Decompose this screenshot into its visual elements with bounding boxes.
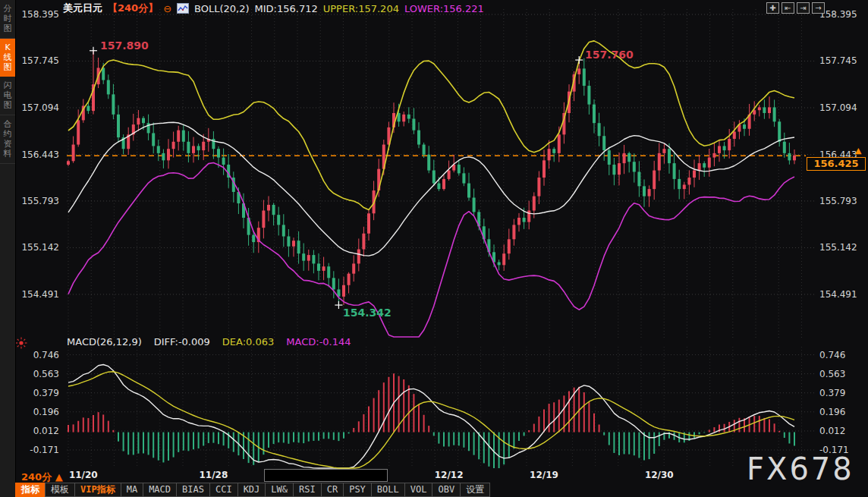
tab-settings[interactable]: 设置 (460, 483, 490, 497)
macd-macd-value: MACD:-0.144 (286, 336, 351, 348)
chart-header: 美元日元 【240分】 ⊖ BOLL(20,2) MID:156.712 UPP… (63, 2, 484, 14)
axis-label: 155.142 (819, 242, 865, 253)
tab-cr[interactable]: CR (321, 483, 344, 497)
indicator-toolbar: 指标模板VIP指标MAMACDBIASCCIKDJLW&RSICRPSYBOLL… (15, 483, 489, 497)
macd-diff-value: DIFF:-0.009 (154, 336, 210, 348)
boll-lower-value: LOWER:156.221 (404, 3, 484, 14)
axis-label: 0.379 (15, 388, 59, 398)
time-axis: 11/2011/2812/1212/1912/30 (0, 469, 868, 482)
tab-rsi[interactable]: RSI (293, 483, 322, 497)
axis-label: 155.142 (15, 242, 59, 253)
axis-label: -0.171 (15, 445, 59, 455)
date-tick: 12/12 (432, 470, 466, 480)
tab-template[interactable]: 模板 (45, 483, 75, 497)
sidebar-item-kline-chart[interactable]: K线图 (0, 39, 15, 77)
boll-name: BOLL(20,2) (194, 3, 250, 14)
boll-mid-value: MID:156.712 (255, 3, 318, 14)
axis-label: 0.012 (15, 426, 59, 436)
date-tick: 11/20 (67, 470, 100, 480)
zoom-out-icon[interactable]: ⇥ (797, 2, 810, 14)
move-icon[interactable]: ✚ (766, 2, 779, 14)
tab-ma[interactable]: MA (121, 483, 143, 497)
axis-label: 157.094 (15, 102, 59, 113)
axis-label: 158.395 (15, 9, 59, 20)
macd-header: MACD(26,12,9) DIFF:-0.009 DEA:0.063 MACD… (67, 336, 351, 348)
axis-label: 157.745 (15, 55, 59, 66)
axis-label: 157.745 (819, 55, 865, 66)
pan-right-icon[interactable]: → (812, 2, 825, 14)
axis-label: 0.563 (15, 369, 59, 379)
trading-app: { "header": { "symbol": "美元日元", "period"… (0, 0, 868, 497)
date-tick: 11/28 (197, 470, 230, 480)
symbol-title: 美元日元 (63, 2, 102, 15)
axis-label: 155.793 (819, 196, 865, 206)
high-annotation-1: 157.890 (100, 39, 149, 52)
period-label[interactable]: 【240分】 (108, 2, 158, 15)
tab-boll[interactable]: BOLL (371, 483, 405, 497)
axis-label: -0.171 (819, 445, 865, 455)
date-tick: 12/30 (643, 470, 676, 480)
high-annotation-2: 157.760 (585, 49, 634, 61)
axis-label: 154.491 (15, 289, 59, 300)
tab-lwr[interactable]: LW& (265, 483, 294, 497)
last-price-box: 156.425 (807, 157, 866, 171)
axis-label: 154.491 (819, 289, 865, 300)
axis-label: 157.094 (819, 102, 865, 113)
axis-label: 0.379 (819, 388, 865, 398)
axis-label: 0.746 (819, 350, 865, 360)
view-controls: ✚⇤⇥→ (766, 2, 825, 14)
tab-obv[interactable]: OBV (432, 483, 461, 497)
mini-chart-icon[interactable] (177, 3, 189, 14)
tab-macd[interactable]: MACD (143, 483, 177, 497)
axis-label: 158.395 (819, 9, 865, 20)
macd-dea-value: DEA:0.063 (222, 336, 275, 348)
sidebar-item-time-chart[interactable]: 分时图 (0, 0, 15, 39)
live-indicator-icon (15, 337, 27, 352)
axis-label: 0.196 (819, 407, 865, 417)
axis-label: 0.563 (819, 369, 865, 379)
axis-label: 156.443 (15, 149, 59, 160)
tab-cci[interactable]: CCI (209, 483, 238, 497)
candlestick-macd-chart[interactable] (0, 0, 868, 497)
chart-type-sidebar: 分时图K线图闪电图合约资料 (0, 0, 16, 497)
tab-vol[interactable]: VOL (404, 483, 433, 497)
tab-indicator[interactable]: 指标 (15, 483, 46, 497)
date-tick: 12/19 (527, 470, 561, 480)
sidebar-item-contract-info[interactable]: 合约资料 (0, 115, 15, 164)
tab-kdj[interactable]: KDJ (237, 483, 266, 497)
scrollbar-thumb[interactable] (264, 469, 388, 482)
tab-bias[interactable]: BIAS (176, 483, 210, 497)
axis-label: 0.012 (819, 426, 865, 436)
tab-psy[interactable]: PSY (343, 483, 372, 497)
tab-vip-indicator[interactable]: VIP指标 (74, 483, 121, 497)
boll-upper-value: UPPER:157.204 (323, 3, 399, 14)
collapse-icon[interactable]: ⊖ (163, 4, 171, 14)
sidebar-item-flash-chart[interactable]: 闪电图 (0, 77, 15, 115)
price-up-arrow-icon: ▲ (855, 146, 861, 155)
axis-label: 155.793 (15, 196, 59, 206)
low-annotation: 154.342 (343, 307, 392, 319)
axis-label: 0.196 (15, 407, 59, 417)
zoom-in-icon[interactable]: ⇤ (782, 2, 794, 14)
macd-title: MACD(26,12,9) (67, 336, 142, 348)
